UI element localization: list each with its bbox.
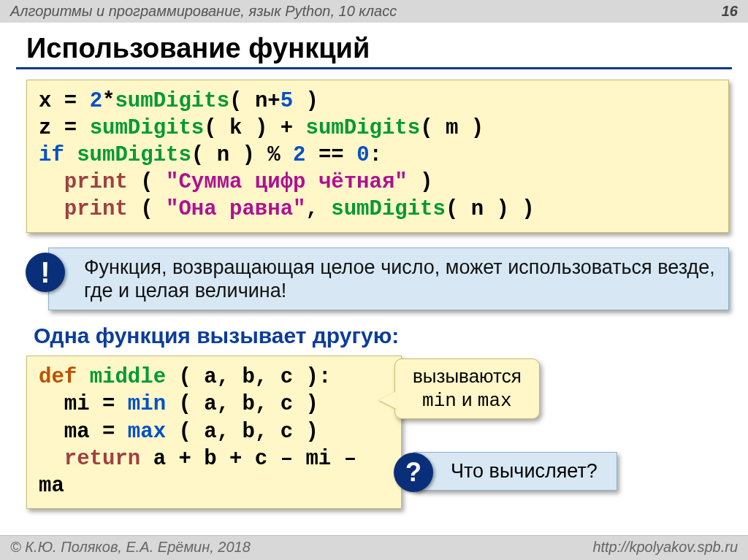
code-line: if sumDigits( n ) % 2 == 0: [39, 142, 717, 169]
code-line: def middle ( a, b, c ): [39, 364, 389, 391]
question-text: Что вычисляет? [451, 460, 598, 482]
code-block-2: def middle ( a, b, c ): mi = min ( a, b,… [26, 356, 402, 509]
code-line: z = sumDigits( k ) + sumDigits( m ) [39, 115, 717, 142]
callout-tail-icon [379, 391, 397, 409]
subheading: Одна функция вызывает другую: [34, 323, 748, 348]
header-bar: Алгоритмы и программирование, язык Pytho… [0, 0, 748, 23]
footer-url: http://kpolyakov.spb.ru [592, 539, 738, 556]
code-line: return a + b + c – mi – ma [39, 445, 389, 499]
code-line: x = 2*sumDigits( n+5 ) [39, 88, 717, 115]
callout-bubble: вызываются min и max [394, 358, 540, 418]
callout-line1: вызываются [413, 365, 522, 388]
page-number: 16 [722, 3, 738, 20]
exclamation-icon: ! [26, 253, 65, 292]
code-line: ma = max ( a, b, c ) [39, 418, 389, 445]
note-text: Функция, возвращающая целое число, может… [84, 256, 715, 302]
code-line: print ( "Она равна", sumDigits( n ) ) [39, 196, 717, 223]
code-block-1: x = 2*sumDigits( n+5 ) z = sumDigits( k … [26, 80, 729, 233]
code-line: mi = min ( a, b, c ) [39, 391, 389, 418]
question-icon: ? [394, 453, 433, 492]
code-line: print ( "Сумма цифр чётная" ) [39, 169, 717, 196]
breadcrumb: Алгоритмы и программирование, язык Pytho… [10, 3, 397, 20]
footer-copyright: © К.Ю. Поляков, Е.А. Ерёмин, 2018 [10, 539, 251, 556]
note-box: ! Функция, возвращающая целое число, мож… [48, 248, 729, 311]
footer-bar: © К.Ю. Поляков, Е.А. Ерёмин, 2018 http:/… [0, 535, 748, 560]
page-title: Использование функций [26, 33, 748, 64]
callout-line2: min и max [413, 388, 522, 413]
question-box: ? Что вычисляет? [413, 452, 617, 491]
title-rule [16, 67, 732, 69]
